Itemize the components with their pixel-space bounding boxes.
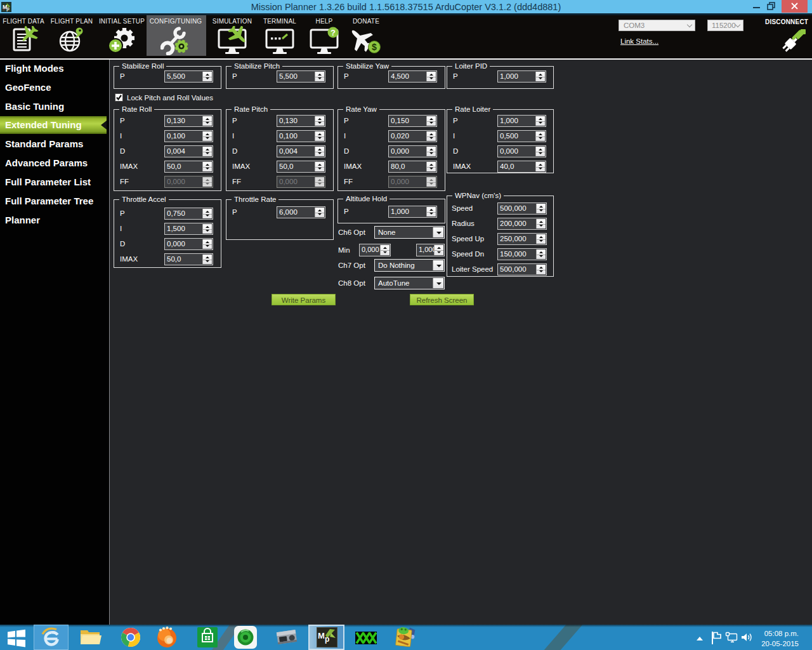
svg-text:M: M	[318, 631, 325, 640]
svg-text:$: $	[372, 42, 377, 52]
svg-text:p: p	[325, 635, 329, 644]
